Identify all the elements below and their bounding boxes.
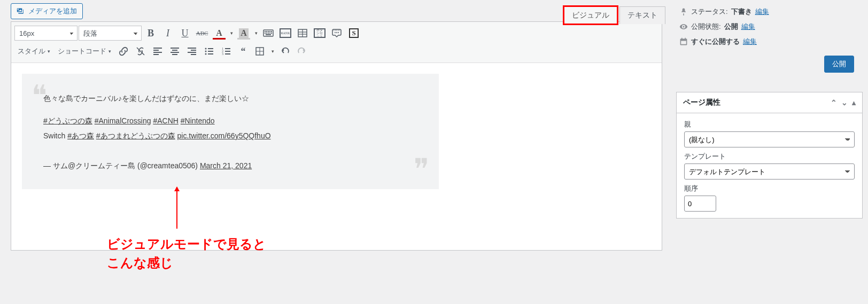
quote-close-icon: ❞ [414, 155, 429, 184]
svg-rect-7 [266, 33, 267, 34]
format-select[interactable]: 段落 [79, 26, 142, 41]
style-dropdown[interactable]: スタイル▾ [14, 43, 53, 59]
hashtag-link[interactable]: #あつ森 [67, 131, 94, 140]
svg-rect-10 [271, 33, 272, 34]
edit-schedule-link[interactable]: 編集 [743, 37, 757, 46]
bg-color-dropdown[interactable]: ▾ [253, 30, 259, 36]
svg-point-20 [205, 48, 207, 50]
underline-button[interactable]: U [177, 25, 193, 41]
annotation-text: ビジュアルモードで見ると こんな感じ [107, 235, 266, 272]
numbered-list-button[interactable]: 123 [218, 43, 234, 59]
status-label: ステータス: [691, 7, 728, 17]
strikethrough-button[interactable]: ABC [194, 25, 210, 41]
add-media-button[interactable]: メディアを追加 [11, 3, 83, 19]
svg-point-19 [338, 32, 339, 33]
s-box-icon[interactable]: S [346, 25, 362, 41]
annotation-arrow [176, 187, 177, 229]
hashtag-link[interactable]: #AnimalCrossing [95, 116, 151, 125]
keyboard-icon[interactable] [260, 25, 276, 41]
svg-text:CHAT: CHAT [333, 29, 340, 32]
svg-rect-8 [268, 33, 269, 34]
hashtag-link[interactable]: #どうぶつの森 [43, 116, 92, 125]
font-size-select[interactable]: 16px [14, 26, 78, 41]
svg-point-22 [205, 53, 207, 55]
toolbar: 16px 段落 B I U ABC A ▾ A ▾ RANK ボタンセット CH… [11, 22, 662, 63]
svg-rect-2 [266, 31, 267, 32]
visibility-label: 公開状態: [691, 22, 721, 32]
shortcode-dropdown[interactable]: ショートコード▾ [55, 43, 114, 59]
chat-icon[interactable]: CHAT [329, 25, 345, 41]
svg-rect-9 [269, 33, 270, 34]
date-link[interactable]: March 21, 2021 [200, 161, 252, 170]
calendar-icon [679, 37, 688, 46]
hashtag-link[interactable]: #ACNH [153, 116, 178, 125]
svg-rect-11 [266, 34, 271, 35]
edit-status-link[interactable]: 編集 [755, 7, 769, 17]
svg-point-17 [335, 32, 336, 33]
template-label: テンプレート [684, 152, 855, 161]
text-color-button[interactable]: A [211, 25, 227, 41]
align-left-button[interactable] [150, 43, 166, 59]
editor: 16px 段落 B I U ABC A ▾ A ▾ RANK ボタンセット CH… [11, 21, 662, 251]
svg-rect-3 [268, 31, 269, 32]
unlink-button[interactable] [133, 43, 149, 59]
bold-button[interactable]: B [143, 25, 159, 41]
table-icon[interactable] [294, 25, 311, 41]
insert-table-button[interactable] [252, 43, 268, 59]
media-icon [17, 7, 25, 15]
svg-rect-4 [269, 31, 270, 32]
bullet-list-button[interactable] [201, 43, 217, 59]
blockquote-button[interactable]: “ [235, 43, 251, 59]
quote-line-1: 色々な島でカーニバル♪を楽しんだはずなのに、まだ楽しい☆ [43, 91, 417, 106]
panel-move-down[interactable]: ⌄ [841, 98, 848, 107]
panel-toggle[interactable]: ▴ [852, 98, 856, 107]
parent-select[interactable]: (親なし) [684, 131, 855, 147]
edit-visibility-link[interactable]: 編集 [741, 22, 755, 32]
align-center-button[interactable] [167, 43, 183, 59]
schedule-label: すぐに公開する [691, 37, 740, 46]
quote-open-icon: ❝ [32, 81, 47, 110]
redo-button[interactable] [294, 43, 310, 59]
blockquote-embed: ❝ 色々な島でカーニバル♪を楽しんだはずなのに、まだ楽しい☆ #どうぶつの森 #… [22, 74, 439, 189]
italic-button[interactable]: I [160, 25, 176, 41]
quote-hashtags: #どうぶつの森 #AnimalCrossing #ACNH #Nintendo [43, 113, 417, 128]
pin-icon [679, 7, 688, 16]
tab-visual[interactable]: ビジュアル [564, 6, 617, 24]
status-value: 下書き [731, 7, 752, 17]
pic-link[interactable]: pic.twitter.com/66y5QQfhuO [177, 131, 271, 140]
rank-icon[interactable]: RANK [277, 25, 293, 41]
order-input[interactable] [684, 196, 716, 212]
parent-label: 親 [684, 120, 855, 129]
visibility-icon [679, 22, 688, 31]
svg-rect-5 [271, 31, 272, 32]
svg-rect-6 [265, 33, 266, 34]
tab-text[interactable]: テキスト [619, 6, 665, 24]
undo-button[interactable] [277, 43, 293, 59]
add-media-label: メディアを追加 [28, 6, 77, 16]
order-label: 順序 [684, 184, 855, 193]
link-button[interactable] [115, 43, 131, 59]
quote-signature: — サム@クリームティー島 (@creamtea0506) March 21, … [43, 158, 417, 173]
align-right-button[interactable] [184, 43, 200, 59]
button-set-icon[interactable]: ボタンセット [312, 25, 328, 41]
svg-point-18 [336, 32, 337, 33]
hashtag-link[interactable]: #あつまれどうぶつの森 [96, 131, 175, 140]
table-dropdown[interactable]: ▾ [269, 49, 276, 54]
bg-color-button[interactable]: A [236, 25, 252, 41]
svg-text:3: 3 [222, 52, 223, 56]
panel-move-up[interactable]: ⌃ [831, 98, 837, 107]
publish-box: ステータス: 下書き 編集 公開状態: 公開 編集 すぐに公開する 編集 公開 [676, 2, 863, 83]
text-color-dropdown[interactable]: ▾ [228, 30, 235, 36]
visibility-value: 公開 [724, 22, 738, 32]
quote-line-2: Switch #あつ森 #あつまれどうぶつの森 pic.twitter.com/… [43, 128, 417, 143]
panel-title: ページ属性 [683, 98, 720, 107]
template-select[interactable]: デフォルトテンプレート [684, 163, 855, 180]
svg-rect-1 [265, 31, 266, 32]
editor-content[interactable]: ❝ 色々な島でカーニバル♪を楽しんだはずなのに、まだ楽しい☆ #どうぶつの森 #… [11, 63, 662, 250]
publish-button[interactable]: 公開 [824, 56, 854, 73]
svg-point-21 [205, 51, 207, 52]
hashtag-link[interactable]: #Nintendo [181, 116, 215, 125]
page-attributes-panel: ページ属性 ⌃ ⌄ ▴ 親 (親なし) テンプレート デフォルトテンプレート 順… [676, 92, 863, 219]
